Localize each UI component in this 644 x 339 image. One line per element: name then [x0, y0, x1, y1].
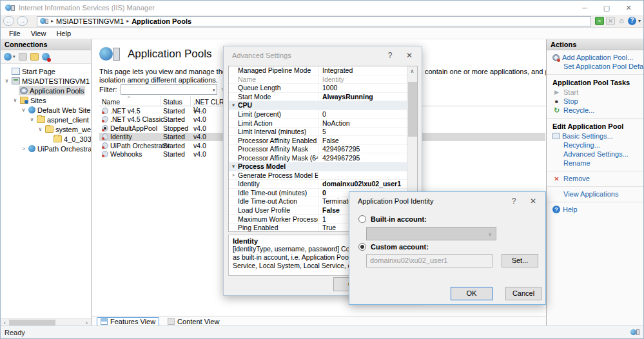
grid-row-process-model[interactable]: ∨Process Model — [229, 162, 407, 171]
dialog-help-icon[interactable]: ? — [504, 197, 523, 206]
grid-row-processor-affinity-enabled[interactable]: Processor Affinity EnabledFalse — [229, 136, 407, 145]
menu-file[interactable]: File — [5, 29, 25, 38]
grid-row-name[interactable]: NameIdentity — [229, 75, 407, 84]
action-stop[interactable]: ■Stop — [547, 97, 644, 106]
tree-item-aspnet-client[interactable]: aspnet_client — [35, 115, 90, 124]
grid-row-limit-action[interactable]: Limit ActionNoAction — [229, 119, 407, 128]
grid-row-start-mode[interactable]: Start ModeAlwaysRunning — [229, 93, 407, 102]
action-view-applications[interactable]: View Applications — [547, 189, 644, 199]
tree-item-application-pools[interactable]: Application Pools — [19, 86, 85, 95]
setting-label: Identity — [238, 180, 318, 188]
filter-input[interactable]: ▾ — [121, 84, 217, 95]
tree-item-default-web-site[interactable]: Default Web Site — [27, 105, 91, 115]
grid-scroll-thumb[interactable] — [408, 82, 417, 137]
forward-button[interactable]: → — [17, 16, 28, 26]
column-header-status[interactable]: Status — [161, 96, 191, 106]
action-start[interactable]: ▶Start — [547, 88, 644, 97]
disconnect-icon[interactable] — [42, 53, 50, 61]
cancel-button[interactable]: Cancel — [505, 287, 542, 300]
help-caret-icon[interactable]: ▾ — [638, 18, 641, 24]
builtin-account-radio[interactable] — [358, 215, 366, 223]
help-icon: ? — [552, 206, 560, 213]
tree-item-label: system_web — [55, 126, 91, 133]
grid-row-limit-percent[interactable]: Limit (percent)0 — [229, 110, 407, 119]
action-label: Remove — [563, 175, 590, 182]
tree-item-4-0-30319[interactable]: 4_0_30319 — [52, 134, 91, 144]
twisty-icon[interactable]: ∨ — [3, 78, 10, 84]
tab-features-view[interactable]: Features View — [97, 317, 159, 326]
action-basic-settings[interactable]: Basic Settings... — [547, 131, 644, 140]
status-bar: Ready — [1, 325, 643, 338]
ok-button[interactable]: OK — [451, 287, 493, 300]
tree-item-msiadtestingvm1-domain[interactable]: MSIADTESTINGVM1 (DOMAIN — [10, 76, 91, 86]
chevron-icon[interactable]: > — [229, 173, 238, 177]
connect-caret-icon[interactable]: ▾ — [13, 54, 15, 59]
builtin-account-label: Built-in account: — [371, 215, 427, 223]
minimize-button[interactable]: ─ — [574, 1, 596, 15]
tree-item-uipath-orchestrator[interactable]: UiPath Orchestrator — [27, 144, 91, 153]
dialog-close-icon[interactable]: ✕ — [400, 51, 419, 60]
action-advanced-settings[interactable]: Advanced Settings... — [547, 150, 644, 159]
grid-row-processor-affinity-mask-64-bit-c[interactable]: Processor Affinity Mask (64-bit c4294967… — [229, 153, 407, 162]
save-icon[interactable] — [19, 53, 27, 61]
breadcrumb-page[interactable]: Application Pools — [132, 17, 191, 25]
menu-view[interactable]: View — [26, 29, 51, 38]
scroll-up-icon[interactable]: ∧ — [407, 66, 417, 76]
action-set-application-pool-defaults[interactable]: Set Application Pool Defaults... — [547, 62, 644, 71]
grid-row-generate-process-model-event-l[interactable]: >Generate Process Model Event L — [229, 171, 407, 180]
close-button[interactable]: ✕ — [618, 1, 639, 15]
grid-row-identity[interactable]: Identitydomainxu02\xu02_user1 — [229, 180, 407, 189]
custom-account-input[interactable]: domainxu02\xu02_user1 — [366, 254, 493, 267]
up-level-icon[interactable] — [30, 53, 39, 61]
stop-icon[interactable]: ✕ — [606, 17, 615, 25]
connect-icon[interactable] — [4, 53, 12, 61]
menu-help[interactable]: Help — [52, 29, 75, 38]
grid-row-cpu[interactable]: ∨CPU — [229, 101, 407, 110]
back-button[interactable]: ← — [3, 16, 14, 26]
tree-item-label: 4_0_30319 — [64, 135, 91, 143]
action-help[interactable]: ?Help — [547, 205, 644, 214]
restart-icon[interactable]: » — [595, 17, 604, 25]
action-recycling[interactable]: Recycling... — [547, 140, 644, 150]
column-header-name[interactable]: ^Name — [99, 96, 161, 106]
builtin-account-select[interactable]: ∨ — [366, 227, 496, 240]
setting-label: Processor Affinity Mask (64-bit c — [238, 154, 318, 162]
action-add-application-pool[interactable]: Add Application Pool... — [547, 53, 644, 62]
breadcrumb-server[interactable]: MSIADTESTINGVM1 — [56, 17, 124, 25]
action-rename[interactable]: Rename — [547, 159, 644, 168]
address-bar: ← → ▸ MSIADTESTINGVM1 ▸ Application Pool… — [1, 15, 643, 28]
pool-status: Started — [161, 133, 191, 140]
app-pool-icon — [102, 133, 108, 140]
tree-item-sites[interactable]: Sites — [19, 95, 47, 105]
tab-content-view[interactable]: Content View — [164, 317, 222, 326]
action-remove[interactable]: ✕Remove — [547, 174, 644, 183]
action-label: Rename — [563, 159, 590, 167]
maximize-button[interactable]: ▢ — [596, 1, 618, 15]
tree-item-system-web[interactable]: system_web — [44, 124, 91, 134]
action-recycle[interactable]: ↻Recycle... — [547, 106, 644, 115]
breadcrumb-caret-icon: ▸ — [51, 18, 54, 24]
help-icon[interactable]: ? — [628, 17, 636, 25]
twisty-icon[interactable]: ∨ — [20, 107, 27, 113]
custom-account-radio[interactable] — [358, 243, 366, 251]
grid-row-queue-length[interactable]: Queue Length1000 — [229, 84, 407, 93]
breadcrumb[interactable]: ▸ MSIADTESTINGVM1 ▸ Application Pools — [37, 16, 591, 26]
set-button[interactable]: Set... — [502, 254, 538, 267]
chevron-icon[interactable]: ∨ — [229, 102, 238, 108]
twisty-icon[interactable]: ∨ — [37, 126, 44, 132]
tree-item-start-page[interactable]: Start Page — [10, 66, 57, 76]
grid-row-processor-affinity-mask[interactable]: Processor Affinity Mask4294967295 — [229, 145, 407, 154]
twisty-icon[interactable]: > — [20, 146, 27, 151]
twisty-icon[interactable]: ∨ — [28, 117, 35, 122]
grid-row-limit-interval-minutes[interactable]: Limit Interval (minutes)5 — [229, 128, 407, 137]
twisty-icon[interactable]: ∨ — [12, 97, 19, 103]
page-description-line1-right: contain one or more applications, and pr… — [425, 68, 546, 75]
chevron-icon[interactable]: ∨ — [229, 164, 238, 169]
home-icon[interactable]: ⌂ — [617, 17, 626, 25]
title-bar: Internet Information Services (IIS) Mana… — [1, 1, 643, 15]
filter-dropdown-icon[interactable]: ▾ — [213, 88, 215, 93]
grid-row-managed-pipeline-mode[interactable]: Managed Pipeline ModeIntegrated — [229, 66, 407, 75]
dialog-close-icon[interactable]: ✕ — [523, 197, 543, 206]
connections-tree: Start Page∨MSIADTESTINGVM1 (DOMAINApplic… — [1, 64, 91, 318]
dialog-help-icon[interactable]: ? — [380, 51, 400, 60]
